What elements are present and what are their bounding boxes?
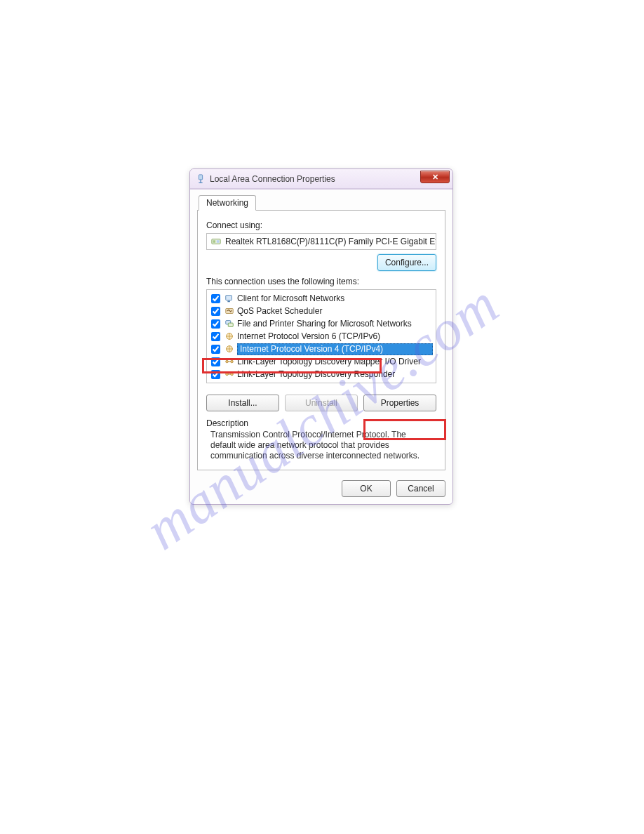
item-checkbox[interactable]	[211, 370, 220, 379]
dialog-window: Local Area Connection Properties ✕ Netwo…	[189, 168, 453, 505]
svg-point-13	[226, 360, 229, 363]
svg-rect-5	[217, 240, 220, 243]
network-adapter-icon	[196, 174, 206, 184]
list-item[interactable]: Internet Protocol Version 6 (TCP/IPv6)	[208, 330, 434, 343]
list-item[interactable]: Link-Layer Topology Discovery Responder	[208, 368, 434, 380]
svg-rect-10	[228, 323, 233, 326]
ok-button[interactable]: OK	[342, 480, 391, 497]
svg-rect-8	[226, 309, 234, 314]
items-label: This connection uses the following items…	[206, 277, 436, 286]
configure-button[interactable]: Configure...	[377, 254, 436, 271]
proto-icon	[224, 331, 234, 341]
item-checkbox[interactable]	[211, 345, 220, 354]
tab-networking[interactable]: Networking	[199, 195, 256, 211]
svg-rect-0	[199, 174, 202, 179]
adapter-icon	[211, 237, 221, 246]
dialog-title: Local Area Connection Properties	[210, 174, 335, 184]
qos-icon	[224, 306, 234, 316]
item-label: Client for Microsoft Networks	[237, 293, 433, 303]
item-checkbox[interactable]	[211, 294, 220, 303]
client-icon	[224, 293, 234, 303]
list-item[interactable]: Link-Layer Topology Discovery Mapper I/O…	[208, 355, 434, 368]
svg-rect-4	[213, 240, 216, 243]
close-icon: ✕	[432, 173, 438, 182]
item-label: Internet Protocol Version 4 (TCP/IPv4)	[237, 343, 433, 355]
item-label: QoS Packet Scheduler	[237, 306, 433, 316]
item-checkbox[interactable]	[211, 307, 220, 316]
close-button[interactable]: ✕	[420, 171, 450, 183]
cancel-button[interactable]: Cancel	[396, 480, 445, 497]
item-label: Link-Layer Topology Discovery Mapper I/O…	[237, 357, 433, 366]
lltd-icon	[224, 357, 234, 366]
list-item[interactable]: QoS Packet Scheduler	[208, 305, 434, 317]
fps-icon	[224, 319, 234, 329]
description-text: Transmission Control Protocol/Internet P…	[206, 430, 436, 461]
item-checkbox[interactable]	[211, 332, 220, 341]
connect-using-label: Connect using:	[206, 220, 436, 230]
item-label: File and Printer Sharing for Microsoft N…	[237, 319, 433, 329]
list-item[interactable]: Internet Protocol Version 4 (TCP/IPv4)	[208, 343, 434, 355]
svg-point-16	[226, 373, 229, 376]
item-label: Link-Layer Topology Discovery Responder	[237, 369, 433, 379]
networking-panel: Connect using: Realtek RTL8168C(P)/8111C…	[197, 211, 445, 470]
svg-point-14	[231, 360, 234, 363]
connection-items-list[interactable]: Client for Microsoft NetworksQoS Packet …	[206, 289, 436, 383]
svg-rect-6	[226, 296, 232, 300]
lltd-icon	[224, 369, 234, 379]
item-label: Internet Protocol Version 6 (TCP/IPv6)	[237, 331, 433, 341]
adapter-field[interactable]: Realtek RTL8168C(P)/8111C(P) Family PCI-…	[206, 233, 436, 250]
item-checkbox[interactable]	[211, 357, 220, 366]
adapter-name: Realtek RTL8168C(P)/8111C(P) Family PCI-…	[225, 237, 436, 246]
svg-rect-7	[227, 301, 230, 303]
proto-icon	[224, 344, 234, 354]
titlebar: Local Area Connection Properties ✕	[190, 169, 452, 189]
item-checkbox[interactable]	[211, 319, 220, 329]
svg-point-17	[231, 373, 234, 376]
list-item[interactable]: Client for Microsoft Networks	[208, 292, 434, 305]
uninstall-button: Uninstall	[285, 395, 358, 411]
description-label: Description	[206, 418, 436, 428]
list-item[interactable]: File and Printer Sharing for Microsoft N…	[208, 317, 434, 330]
properties-button[interactable]: Properties	[363, 395, 436, 411]
install-button[interactable]: Install...	[206, 395, 279, 411]
